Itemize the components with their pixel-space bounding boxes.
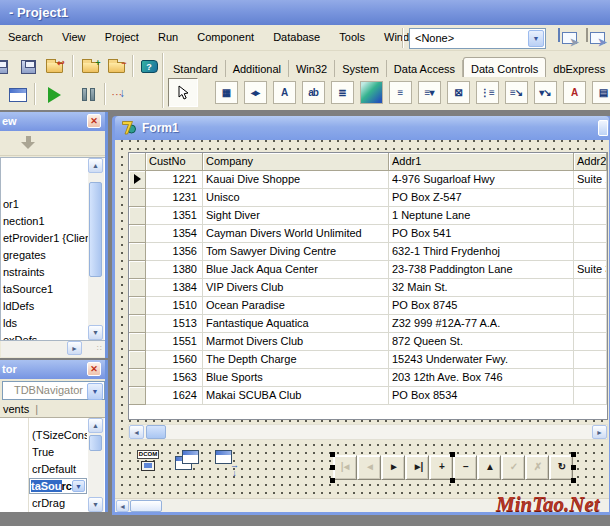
scroll-up-icon[interactable]: ▲ — [88, 158, 103, 173]
nav-post-button[interactable]: ✓ — [501, 455, 525, 480]
tab-dbexpress[interactable]: dbExpress — [546, 60, 610, 77]
table-row[interactable]: 1624 Makai SCUBA Club PO Box 8534 — [129, 387, 607, 405]
nav-edit-button[interactable]: ▲ — [477, 455, 501, 480]
object-inspector-titlebar[interactable]: tor ✕ — [0, 360, 105, 379]
dblistbox-icon[interactable]: ≡ — [386, 79, 414, 107]
selection-handle[interactable] — [450, 478, 455, 483]
nav-prior-button[interactable]: ◄ — [357, 455, 381, 480]
tree-item[interactable]: nstraints — [1, 264, 88, 281]
column-header-custno[interactable]: CustNo — [146, 153, 203, 171]
selection-handle[interactable] — [571, 465, 576, 470]
table-row[interactable]: 1231 Unisco PO Box Z-547 — [129, 189, 607, 207]
add-file-icon[interactable]: + — [78, 54, 102, 78]
nav-refresh-button[interactable]: ↻ — [549, 455, 573, 480]
menu-component[interactable]: Component — [189, 25, 262, 50]
dbedit-icon[interactable]: ab — [299, 79, 327, 107]
save-all-icon[interactable] — [16, 54, 40, 78]
inspector-vertical-scrollbar[interactable]: ▲ ▼ — [88, 418, 104, 512]
tree-item[interactable]: gregates — [1, 247, 88, 264]
scroll-down-icon[interactable]: ▼ — [88, 497, 103, 512]
table-row[interactable]: 1351 Sight Diver 1 Neptune Lane — [129, 207, 607, 225]
form-titlebar[interactable]: Form1 — [115, 116, 609, 140]
scroll-thumb[interactable] — [89, 435, 102, 451]
menu-run[interactable]: Run — [150, 25, 186, 50]
dbrichedit-icon[interactable]: A — [560, 79, 588, 107]
client-dataset-component[interactable] — [173, 446, 203, 476]
tab-data-controls[interactable]: Data Controls — [463, 57, 546, 77]
dbnavigator-icon[interactable]: ◂▸ — [241, 79, 269, 107]
selection-handle[interactable] — [330, 465, 335, 470]
tab-win32[interactable]: Win32 — [289, 60, 335, 77]
tab-additional[interactable]: Additional — [226, 60, 289, 77]
nav-delete-button[interactable]: − — [453, 455, 477, 480]
tab-standard[interactable]: Standard — [166, 60, 226, 77]
scroll-left-icon[interactable]: ◄ — [116, 500, 129, 512]
close-icon[interactable]: ✕ — [87, 114, 101, 128]
tab-data-access[interactable]: Data Access — [387, 60, 463, 77]
save-desktop-button[interactable]: ➤ — [556, 29, 579, 51]
grid-horizontal-scrollbar[interactable]: ◄ ► — [128, 424, 608, 440]
window-button-partial[interactable] — [598, 120, 608, 136]
resize-grip-icon[interactable]: ∷ — [97, 344, 103, 353]
pause-button[interactable] — [76, 82, 100, 106]
pointer-icon[interactable] — [168, 78, 198, 107]
selection-handle[interactable] — [571, 452, 576, 457]
scroll-up-icon[interactable]: ▲ — [88, 418, 103, 433]
table-row[interactable]: 1354 Cayman Divers World Unlimited PO Bo… — [129, 225, 607, 243]
chevron-down-icon[interactable]: ▼ — [87, 383, 103, 400]
run-button[interactable] — [42, 82, 66, 106]
nav-last-button[interactable]: ►| — [405, 455, 429, 480]
scroll-right-icon[interactable]: ► — [67, 341, 82, 355]
tab-events[interactable]: vents — [3, 403, 29, 415]
tree-vertical-scrollbar[interactable]: ▲ ▼ — [88, 158, 104, 340]
scroll-right-icon[interactable]: ► — [592, 425, 607, 439]
dbradiogroup-icon[interactable]: ⋮≡ — [473, 79, 501, 107]
column-header-addr1[interactable]: Addr1 — [389, 153, 574, 171]
dbnavigator[interactable]: |◄ ◄ ► ►| + − ▲ ✓ ✗ ↻ — [333, 455, 573, 480]
menu-view[interactable]: View — [54, 25, 94, 50]
tree-item[interactable]: exDefs — [1, 332, 88, 341]
table-row[interactable]: 1221 Kauai Dive Shoppe 4-976 Sugarloaf H… — [129, 171, 607, 189]
scroll-thumb[interactable] — [130, 500, 162, 512]
tab-system[interactable]: System — [335, 60, 387, 77]
move-down-icon[interactable] — [26, 136, 31, 142]
table-row[interactable]: 1356 Tom Sawyer Diving Centre 632-1 Thir… — [129, 243, 607, 261]
tree-item[interactable]: etProvider1 {ClientD — [1, 230, 88, 247]
tree-horizontal-scrollbar[interactable]: ► ∷ — [1, 341, 105, 357]
open-file-icon[interactable] — [0, 54, 12, 78]
nav-next-button[interactable]: ► — [381, 455, 405, 480]
dbmemo-icon[interactable]: ≣ — [328, 79, 356, 107]
table-row[interactable]: 1384 VIP Divers Club 32 Main St. — [129, 279, 607, 297]
table-row[interactable]: 1560 The Depth Charge 15243 Underwater F… — [129, 351, 607, 369]
scroll-down-icon[interactable]: ▼ — [88, 325, 103, 340]
menu-database[interactable]: Database — [265, 25, 328, 50]
nav-cancel-button[interactable]: ✗ — [525, 455, 549, 480]
tree-item[interactable]: nection1 — [1, 213, 88, 230]
menu-search[interactable]: Search — [0, 25, 51, 50]
dbtext-icon[interactable]: A — [270, 79, 298, 107]
dbgrid[interactable]: CustNo Company Addr1 Addr2 1221 Kauai Di… — [128, 152, 608, 420]
selection-handle[interactable] — [571, 478, 576, 483]
dataset-provider-component[interactable]: →↓ — [213, 446, 243, 476]
view-form-icon[interactable] — [6, 82, 30, 106]
tree-item[interactable]: lds — [1, 315, 88, 332]
scroll-thumb[interactable] — [146, 425, 166, 439]
trace-into-icon[interactable]: ···↓ — [110, 82, 134, 106]
table-row[interactable]: 1563 Blue Sports 203 12th Ave. Box 746 — [129, 369, 607, 387]
scroll-left-icon[interactable]: ◄ — [129, 425, 144, 439]
selection-handle[interactable] — [330, 452, 335, 457]
dbcombobox-icon[interactable]: ≡▾ — [415, 79, 443, 107]
object-treeview-titlebar[interactable]: ew ✕ — [0, 112, 105, 131]
scroll-thumb[interactable] — [89, 182, 102, 277]
close-icon[interactable]: ✕ — [87, 362, 101, 376]
open-project-icon[interactable]: ↩ — [42, 54, 66, 78]
remove-file-icon[interactable]: − — [104, 54, 128, 78]
dbimage-icon[interactable] — [357, 79, 385, 107]
set-debug-desktop-button[interactable]: ➤ — [584, 29, 607, 51]
dbgrid-icon[interactable]: ▦ — [212, 79, 240, 107]
menu-project[interactable]: Project — [97, 25, 147, 50]
selection-handle[interactable] — [450, 452, 455, 457]
nav-first-button[interactable]: |◄ — [333, 455, 357, 480]
table-row[interactable]: 1513 Fantastique Aquatica Z32 999 #12A-7… — [129, 315, 607, 333]
help-contents-icon[interactable]: ? — [137, 53, 161, 77]
